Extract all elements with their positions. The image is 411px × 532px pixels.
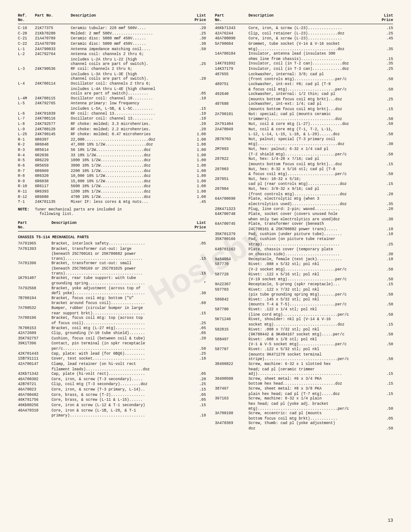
table-row: 38490822 Screw, machine: 6-32 x 1 slotte… <box>215 362 393 367</box>
table-row-continuation: includes L-4A thru L-4E (high channel <box>18 87 206 92</box>
section2-header: PartNo. Description ListPrice <box>18 221 206 232</box>
table-row: 9A22367 Receptacle, 5-prong (spkr recept… <box>215 282 393 287</box>
table-row-continuation: rear support brkt)......................… <box>18 311 206 316</box>
table-row: 46A70023 Core, iron, & screw (T-3 primar… <box>18 387 206 392</box>
table-row: 287051 Nut, hex: 10-32 x 5/16; <box>215 177 393 182</box>
table-row-continuation: doz .50 <box>215 426 393 431</box>
table-row: R-1 6R6397 22,000.......................… <box>18 137 206 142</box>
table-row: L-25 24K790145 RF choke: molded; 0.47 mi… <box>18 132 206 137</box>
table-row: R-4 6R2036 33 10% 1/2W..................… <box>18 153 206 158</box>
header-ref-no: Ref.No. <box>18 13 35 22</box>
table-row-continuation: & focus coil mtg).....................pe… <box>215 87 393 92</box>
right-column: PartNo. Description ListPrice 46Kb71343 … <box>215 13 393 431</box>
table-row: 35K700166 Pad, cushion (on picture tube … <box>215 237 393 242</box>
table-row: 5K71246 Rivet, shoulder: nkl pl (V-14 & … <box>215 317 393 322</box>
table-row: 487688 Lockwasher, int-ext: 1/4; cad pl <box>215 102 393 107</box>
table-row: 35K701379 Pad, cushion (under picture tu… <box>215 232 393 237</box>
table-row-continuation: hex head; cad pl (yoke adj. bracket <box>215 402 393 407</box>
table-row: 7A700532 Bumper, rubber (circular bumper… <box>18 306 206 311</box>
table-row: 587770 Rivet: .088 x 5/32 stl; pol nkl <box>215 262 393 267</box>
left-header: Ref.No. Part No. Description ListPrice <box>18 13 206 24</box>
table-row-continuation: (mounts bottom focus coil mtg brkt)...do… <box>215 107 393 112</box>
table-row: L-4 24K700114 Oscillator coil: channels … <box>18 82 206 86</box>
table-row: 489751 Lockwasher, int-ext: #8; cad pl (… <box>215 82 393 87</box>
table-row: L-2 24C792764 Antenna coil: channels 2 t… <box>18 52 206 57</box>
table-row-continuation: cad pl (rear controls mtg)..............… <box>215 182 393 187</box>
table-row-continuation: on chassis side)........................… <box>215 252 393 257</box>
note-row: NOTE: Tuner mechanical parts are include… <box>18 207 206 216</box>
table-row-continuation: bottom focus coil mtg brkt)............ … <box>215 416 393 421</box>
table-row: 492640 Lockwasher, internal: 1/2 thin; c… <box>215 92 393 97</box>
table-row-continuation: channel coils are part of switch). .25 <box>18 62 206 67</box>
table-row: 46A700090 Core, iron, & screw (L-23)....… <box>215 36 393 41</box>
table-row-continuation: filament leads).........................… <box>18 367 206 372</box>
table-row-continuation: primary)................................… <box>18 413 206 418</box>
section2-rows: 7A791965 Bracket, interlock safety......… <box>18 241 206 418</box>
header-part-no: Part No. <box>35 13 71 22</box>
table-row-continuation: ohms line from chassis).................… <box>215 57 393 62</box>
table-row: R-6 6R5659 3900 10% 1/2W................… <box>18 163 206 168</box>
table-row: 587728 Rivet: .122 x 5/16 stl; pol nkl <box>215 272 393 277</box>
table-row: C-21 21A470789 Ceramic disc: 5000 mmf 45… <box>18 36 206 41</box>
table-row: 2A470049 Nut, coil & core mtg (T-1, T-2,… <box>215 127 393 132</box>
table-row: 64A700690 Plate, electrolytic mtg (when … <box>215 197 393 202</box>
table-row-continuation: of focus coil)..........................… <box>18 321 206 326</box>
table-row-continuation: (front controls mtg)....................… <box>215 192 393 197</box>
table-row-continuation: includes L-5A, L-5B, & L-5C......... .15 <box>18 107 206 112</box>
table-row: 64B701162 Plate, chassis cover (temporar… <box>215 247 393 252</box>
table-row-continuation: trans)..................................… <box>18 271 206 276</box>
section-title: CHASSIS T5-114 MECHANICAL PARTS <box>18 235 206 240</box>
table-row: 42K701443 Cap, plate: with lead (for 6BQ… <box>18 352 206 356</box>
table-row: 46A700482 Core, brass, & screw (T-2)....… <box>18 393 206 398</box>
table-row-continuation: plain hex head; cad pl (T-7 mtg).....doz… <box>215 392 393 397</box>
table-row: 7A791965 Bracket, interlock safety......… <box>18 241 206 246</box>
table-row-continuation: (V-1 & V-5 socket mtg)................pe… <box>215 342 393 347</box>
table-row: 582815 Rivet: .088 x 7/32 stl; pol nkl <box>215 327 393 332</box>
table-row: 586842 Rivet: .145 x 5/32 stl; pol nkl <box>215 297 393 302</box>
table-row: 2M7093 Nut, hex: palnut; 6-32 x 1/4 cad … <box>215 147 393 152</box>
table-row-continuation: stripe)................................p… <box>215 357 393 362</box>
header-list-price: ListPrice <box>190 13 206 22</box>
table-row: 587707 Rivet: .122 x 5/32 stl; pol nkl <box>215 347 393 352</box>
table-row: R-10 6R6117 5600 10% 1/2W...............… <box>18 184 206 189</box>
table-row: R-11 6R6393 1200 10% 1/2W...............… <box>18 189 206 194</box>
table-row: 287003 Nut, hex: 8-32 x 5/16 stl; cad pl… <box>215 167 393 172</box>
table-row-continuation: & focus coil mtg).....................pe… <box>215 172 393 177</box>
table-row: R-2 6R6048 47,000 10% 1/2W..............… <box>18 142 206 147</box>
table-row-continuation: (beneath 25C700169 or 25C701025 power <box>18 266 206 271</box>
two-column-layout: Ref.No. Part No. Description ListPrice C… <box>18 13 393 431</box>
table-row-continuation: channel coils are part of switch). .20 <box>18 77 206 82</box>
table-row: L-7 24K700116 Oscillator coil: channel 1… <box>18 116 206 121</box>
table-row-continuation: L-12, L-14, L-15, L-18, & L-20)......doz… <box>215 132 393 137</box>
table-row: R-8 6R6320 10,000 10% 1/2W..............… <box>18 174 206 179</box>
table-row-continuation: (9K780442 & 9K484167 socket mtg).....per… <box>215 332 393 337</box>
table-row-continuation: (mounts bottom focus coil mtg brkt)...do… <box>215 162 393 167</box>
table-row: R-12 6R6080 4700 10% 1/2W...............… <box>18 195 206 200</box>
table-row-continuation: bracket around focus coil)..............… <box>18 301 206 306</box>
table-row: R-7 6R6069 2200 10% 1/2W................… <box>18 169 206 174</box>
table-row: 14K37179 Insulator, coil (in T-3 can)...… <box>215 67 393 72</box>
table-row: 46A700302 Core, iron, & screw (T-3 secon… <box>18 377 206 382</box>
table-row-continuation: trans)..................................… <box>18 257 206 262</box>
header-description: Description <box>71 13 190 22</box>
table-row-continuation: mtg)...................................p… <box>215 407 393 412</box>
table-row: 587700 Rivet: .122 x 1/4 stl; pol nkl <box>215 307 393 312</box>
table-row-continuation: (pix tube grounding spring mtg).......pe… <box>215 292 393 297</box>
table-row: 14A780184 Insulator, antenna lead (insul… <box>215 51 393 56</box>
table-row: 42A72609 Clip, grounding (V-10 tube shie… <box>18 331 206 336</box>
table-row: 46Kb71343 Core, iron, & screw (L-23)....… <box>215 26 393 31</box>
table-row: L-6 24K701839 RF coil: channel 13.......… <box>18 112 206 116</box>
table-row: 287004 Nut, hex: 3/8-32 x 9/16; cad pl <box>215 187 393 192</box>
table-row: 3A470369 Screw, thumb: cad pl (yoke adju… <box>215 421 393 426</box>
table-row: 38490508 Screw, sheet metal: #6 x 3/4 PK… <box>215 377 393 382</box>
table-row-continuation: strap)..................................… <box>215 242 393 247</box>
table-row: R-9 6R6038 15,000 10% 1/2W..............… <box>18 179 206 184</box>
table-row: L-3 24K790536 RF coil: channels 2 thru 6… <box>18 67 206 72</box>
table-row: C-22 21A470789 Ceramic disc: 5000 mmf 45… <box>18 42 206 47</box>
table-row: 3A700198 Screw, eccentric: cad pl (mount… <box>215 411 393 416</box>
table-row: T-1 24K701135 Mixer IF: less cores & mtg… <box>18 200 206 205</box>
table-row: 7A701396 Bracket, transformer cut-out: s… <box>18 261 206 266</box>
table-row-continuation: trimmers).............................do… <box>215 117 393 122</box>
table-row: 7K700153 Bracket, coil mtg (L-27 mtg)...… <box>18 326 206 331</box>
table-row: 42Kb71342 Cap, plate (hi-volt rect).....… <box>18 372 206 377</box>
